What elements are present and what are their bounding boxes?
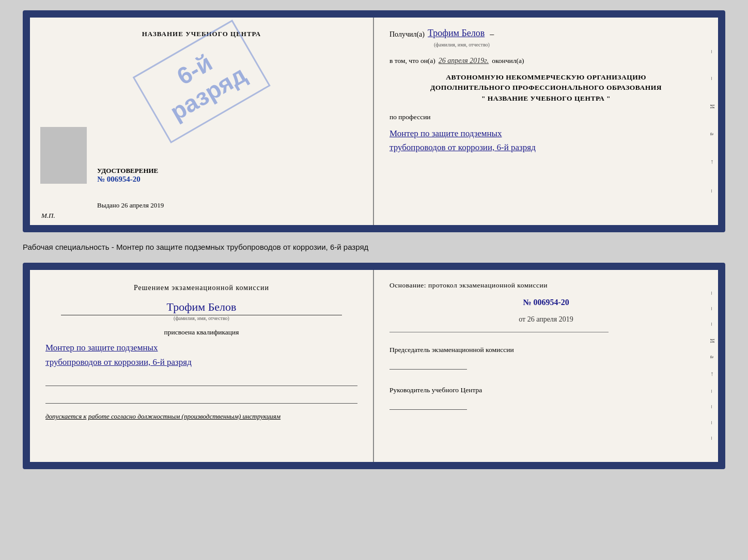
profession-lines: Монтер по защите подземных трубопроводов… xyxy=(389,126,703,154)
predsedatel-sig-line xyxy=(389,360,467,370)
cert-bottom-left: Решением экзаменационной комиссии Трофим… xyxy=(30,270,374,462)
poluchil-label: Получил(а) xyxy=(389,30,425,39)
udostoverenie-block: УДОСТОВЕРЕНИЕ № 006954-20 xyxy=(97,167,158,184)
stamp-watermark: 6-й разряд xyxy=(133,20,271,143)
qualification-line2: трубопроводов от коррозии, 6-й разряд xyxy=(45,355,357,370)
blank-line-2 xyxy=(45,393,357,404)
udostoverenie-label: УДОСТОВЕРЕНИЕ xyxy=(97,167,158,175)
center-label-top: НАЗВАНИЕ УЧЕБНОГО ЦЕНТРА xyxy=(142,30,261,38)
bottom-certificate: Решением экзаменационной комиссии Трофим… xyxy=(23,263,725,469)
vtom-row: в том, что он(а) 26 апреля 2019г. окончи… xyxy=(389,57,703,65)
rukovoditel-label: Руководитель учебного Центра xyxy=(389,385,703,395)
prisvoena-label: присвоена квалификация xyxy=(45,328,357,337)
org-block: АВТОНОМНУЮ НЕКОММЕРЧЕСКУЮ ОРГАНИЗАЦИЮ ДО… xyxy=(389,72,703,104)
fio-caption-top: (фамилия, имя, отчество) xyxy=(434,42,703,47)
dopuskaetsya-text: работе согласно должностным (производств… xyxy=(88,412,280,420)
right-side-decorations-top: – – И а ← – xyxy=(707,18,718,225)
predsedatel-block: Председатель экзаменационной комиссии xyxy=(389,345,703,372)
separator-line xyxy=(389,332,609,332)
blank-line-1 xyxy=(45,376,357,386)
po-professii: по профессии xyxy=(389,113,703,121)
profession-line2: трубопроводов от коррозии, 6-й разряд xyxy=(389,140,703,154)
ot-label: от xyxy=(519,315,525,323)
org-line3: " НАЗВАНИЕ УЧЕБНОГО ЦЕНТРА " xyxy=(389,93,703,104)
osnovanie-label: Основание: протокол экзаменационной коми… xyxy=(389,280,703,291)
profession-line1: Монтер по защите подземных xyxy=(389,126,703,140)
rukovoditel-sig-line xyxy=(389,401,467,410)
cert-top-right: Получил(а) Трофим Белов – (фамилия, имя,… xyxy=(374,18,718,225)
cert-bottom-right: Основание: протокол экзаменационной коми… xyxy=(374,270,718,462)
vydano-label: Выдано xyxy=(97,201,119,209)
right-side-decorations-bottom: – – – И а ← – – – – xyxy=(707,270,718,462)
vtom-suffix: окончил(а) xyxy=(492,57,524,65)
mp-label: М.П. xyxy=(41,212,55,220)
ot-date-value: 26 апреля 2019 xyxy=(527,315,573,323)
vydano-line: Выдано 26 апреля 2019 xyxy=(97,201,164,210)
org-line2: ДОПОЛНИТЕЛЬНОГО ПРОФЕССИОНАЛЬНОГО ОБРАЗО… xyxy=(389,83,703,93)
cert-top-left: НАЗВАНИЕ УЧЕБНОГО ЦЕНТРА 6-й разряд УДОС… xyxy=(30,18,374,225)
fio-caption-bottom: (фамилия, имя, отчество) xyxy=(174,315,229,321)
protocol-num: № 006954-20 xyxy=(389,298,703,307)
qualification-block: Монтер по защите подземных трубопроводов… xyxy=(45,341,357,371)
org-line1: АВТОНОМНУЮ НЕКОММЕРЧЕСКУЮ ОРГАНИЗАЦИЮ xyxy=(389,72,703,83)
udostoverenie-num: № 006954-20 xyxy=(97,175,158,184)
poluchil-row: Получил(а) Трофим Белов – xyxy=(389,28,703,39)
vydano-date: 26 апреля 2019 xyxy=(121,201,164,209)
rukovoditel-block: Руководитель учебного Центра xyxy=(389,385,703,412)
vtom-prefix: в том, что он(а) xyxy=(389,57,435,65)
ot-date: от 26 апреля 2019 xyxy=(389,315,703,324)
qualification-line1: Монтер по защите подземных xyxy=(45,341,357,356)
dopuskaetsya-prefix: допускается к xyxy=(45,412,87,420)
recipient-name-top: Трофим Белов xyxy=(428,28,485,39)
stamp-text-line1: 6-й разряд xyxy=(152,37,251,126)
top-certificate: НАЗВАНИЕ УЧЕБНОГО ЦЕНТРА 6-й разряд УДОС… xyxy=(23,10,725,232)
name-block-bottom: Трофим Белов (фамилия, имя, отчество) xyxy=(45,300,357,321)
dopuskaetsya-line: допускается к работе согласно должностны… xyxy=(45,412,357,421)
photo-placeholder xyxy=(40,127,87,184)
resheniem-header: Решением экзаменационной комиссии xyxy=(45,282,357,293)
caption-between: Рабочая специальность - Монтер по защите… xyxy=(23,242,725,253)
vtom-date: 26 апреля 2019г. xyxy=(439,57,489,65)
predsedatel-label: Председатель экзаменационной комиссии xyxy=(389,345,703,355)
recipient-name-bottom: Трофим Белов xyxy=(167,300,237,314)
